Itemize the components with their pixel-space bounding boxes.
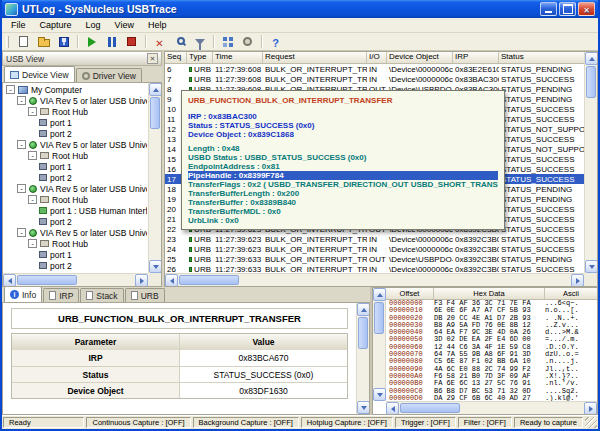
save-log-button[interactable] xyxy=(54,34,73,50)
scroll-track[interactable] xyxy=(178,274,571,286)
tree-item[interactable]: port 2 xyxy=(4,216,147,227)
tree-item[interactable]: -Root Hub xyxy=(4,194,147,205)
tab-info[interactable]: Info xyxy=(4,286,42,302)
collapse-toggle[interactable]: - xyxy=(17,140,26,149)
hex-vertical-scrollbar[interactable] xyxy=(373,288,386,401)
collapse-toggle[interactable]: - xyxy=(17,184,26,193)
properties-button[interactable] xyxy=(238,34,257,50)
filter-button[interactable] xyxy=(190,34,209,50)
scroll-thumb[interactable] xyxy=(586,66,596,98)
column-header-seq[interactable]: Seq xyxy=(165,52,187,63)
log-row[interactable]: 7URB11:27:39:608BULK_OR_INTERRUPT_TRANSF… xyxy=(165,74,584,84)
find-button[interactable] xyxy=(170,34,189,50)
scroll-left-arrow-icon[interactable] xyxy=(3,274,16,287)
start-capture-button[interactable] xyxy=(82,34,101,50)
scroll-track[interactable] xyxy=(585,65,597,260)
tree-item[interactable]: -VIA Rev 5 or later USB Universal Host C xyxy=(4,95,147,106)
close-button[interactable] xyxy=(578,2,595,16)
tree-item[interactable]: -Root Hub xyxy=(4,238,147,249)
pause-capture-button[interactable] xyxy=(102,34,121,50)
collapse-toggle[interactable]: - xyxy=(6,85,15,94)
scroll-track[interactable] xyxy=(357,316,369,401)
menu-capture[interactable]: Capture xyxy=(33,19,79,31)
menu-help[interactable]: Help xyxy=(141,19,174,31)
device-tree-button[interactable] xyxy=(218,34,237,50)
help-button[interactable] xyxy=(266,34,285,50)
scroll-thumb[interactable] xyxy=(358,317,368,349)
scroll-left-arrow-icon[interactable] xyxy=(386,402,399,415)
column-header-irp[interactable]: IRP xyxy=(453,52,499,63)
collapse-toggle[interactable]: - xyxy=(17,96,26,105)
menu-file[interactable]: File xyxy=(4,19,33,31)
new-log-button[interactable] xyxy=(14,34,33,50)
scroll-track[interactable] xyxy=(399,402,584,414)
menu-log[interactable]: Log xyxy=(79,19,108,31)
scroll-right-arrow-icon[interactable] xyxy=(571,274,584,287)
tree-item[interactable]: -Root Hub xyxy=(4,106,147,117)
tab-stack[interactable]: Stack xyxy=(80,288,123,302)
scroll-thumb[interactable] xyxy=(179,275,239,285)
column-header-i-o[interactable]: I/O xyxy=(367,52,387,63)
tab-irp[interactable]: IRP xyxy=(43,288,79,302)
tab-driver-view[interactable]: Driver View xyxy=(76,68,142,82)
collapse-toggle[interactable]: - xyxy=(28,239,37,248)
tab-device-view[interactable]: Device View xyxy=(4,66,75,82)
scroll-up-arrow-icon[interactable] xyxy=(149,83,162,96)
scroll-down-arrow-icon[interactable] xyxy=(373,388,386,401)
log-vertical-scrollbar[interactable] xyxy=(584,52,597,273)
log-row[interactable]: 23URB11:27:39:623BULK_OR_INTERRUPT_TRANS… xyxy=(165,234,584,244)
tree-item[interactable]: -My Computer xyxy=(4,84,147,95)
log-row[interactable]: 24URB11:27:39:623BULK_OR_INTERRUPT_TRANS… xyxy=(165,244,584,254)
tree-item[interactable]: port 1 xyxy=(4,161,147,172)
tree-item[interactable]: -Root Hub xyxy=(4,150,147,161)
scroll-up-arrow-icon[interactable] xyxy=(373,288,386,301)
scroll-down-arrow-icon[interactable] xyxy=(585,260,598,273)
scroll-up-arrow-icon[interactable] xyxy=(585,52,598,65)
collapse-toggle[interactable]: - xyxy=(28,107,37,116)
log-row[interactable]: 25URB11:27:39:633BULK_OR_INTERRUPT_TRANS… xyxy=(165,254,584,264)
scroll-thumb[interactable] xyxy=(374,302,384,334)
hex-horizontal-scrollbar[interactable] xyxy=(386,401,597,414)
tree-item[interactable]: port 2 xyxy=(4,260,147,271)
scroll-track[interactable] xyxy=(373,301,385,388)
tree-horizontal-scrollbar[interactable] xyxy=(3,273,148,286)
tree-item[interactable]: -VIA Rev 5 or later USB Universal Host C xyxy=(4,139,147,150)
open-log-button[interactable] xyxy=(34,34,53,50)
log-row[interactable]: 6URB11:27:39:608BULK_OR_INTERRUPT_TRANSF… xyxy=(165,64,584,74)
title-bar[interactable]: UTLog - SysNucleus USBTrace xyxy=(2,0,598,18)
tree-item[interactable]: port 2 xyxy=(4,128,147,139)
scroll-down-arrow-icon[interactable] xyxy=(149,260,162,273)
scroll-thumb[interactable] xyxy=(400,403,460,413)
scroll-up-arrow-icon[interactable] xyxy=(357,303,370,316)
scroll-left-arrow-icon[interactable] xyxy=(165,274,178,287)
tree-item[interactable]: -VIA USB 2.0 Enhanced Host Controller xyxy=(4,271,147,272)
scroll-thumb[interactable] xyxy=(17,275,77,285)
scroll-right-arrow-icon[interactable] xyxy=(584,402,597,415)
tab-urb[interactable]: URB xyxy=(125,288,165,302)
collapse-toggle[interactable]: - xyxy=(28,151,37,160)
tree-item[interactable]: -VIA Rev 5 or later USB Universal Host C xyxy=(4,227,147,238)
scroll-down-arrow-icon[interactable] xyxy=(357,401,370,414)
tree-item[interactable]: port 1 xyxy=(4,249,147,260)
tree-item[interactable]: port 1 xyxy=(4,117,147,128)
minimize-button[interactable] xyxy=(540,2,557,16)
log-horizontal-scrollbar[interactable] xyxy=(165,273,584,286)
clear-log-button[interactable] xyxy=(150,34,169,50)
menu-view[interactable]: View xyxy=(108,19,141,31)
maximize-button[interactable] xyxy=(559,2,576,16)
stop-capture-button[interactable] xyxy=(122,34,141,50)
scroll-track[interactable] xyxy=(16,274,135,286)
collapse-toggle[interactable]: - xyxy=(17,228,26,237)
tree-item[interactable]: -VIA Rev 5 or later USB Universal Host C xyxy=(4,183,147,194)
column-header-time[interactable]: Time xyxy=(213,52,263,63)
scroll-thumb[interactable] xyxy=(150,97,160,129)
column-header-request[interactable]: Request xyxy=(263,52,367,63)
tree-vertical-scrollbar[interactable] xyxy=(148,83,161,273)
tree-item[interactable]: port 2 xyxy=(4,172,147,183)
tree-item[interactable]: port 1 : USB Human Interface D xyxy=(4,205,147,216)
scroll-track[interactable] xyxy=(149,96,161,260)
column-header-type[interactable]: Type xyxy=(187,52,213,63)
collapse-toggle[interactable]: - xyxy=(28,195,37,204)
info-vertical-scrollbar[interactable] xyxy=(356,303,369,414)
scroll-right-arrow-icon[interactable] xyxy=(135,274,148,287)
